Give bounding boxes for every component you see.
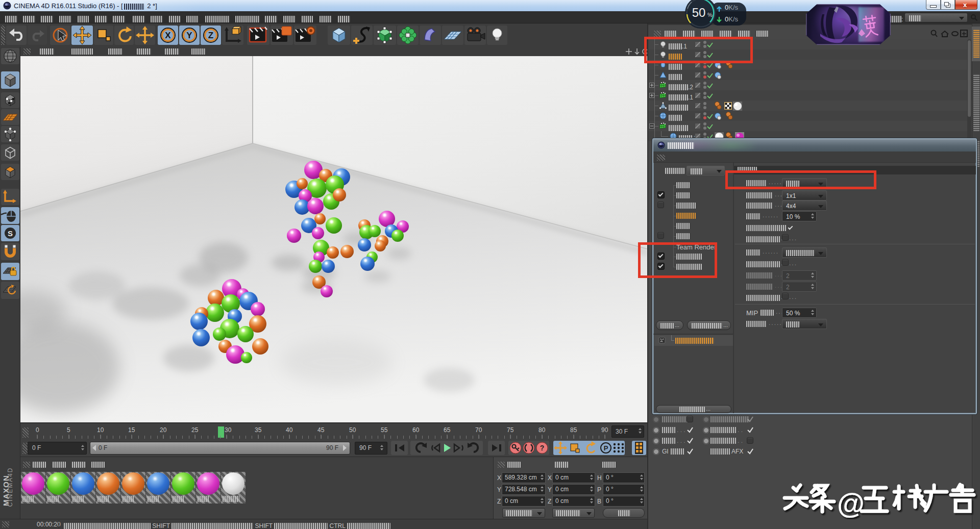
svg-text:75: 75 [507, 426, 514, 434]
svg-text:5: 5 [67, 426, 70, 434]
svg-text:S: S [8, 229, 13, 238]
svg-text:25: 25 [191, 426, 199, 434]
svg-text:X: X [165, 31, 171, 40]
svg-text:50: 50 [349, 426, 356, 434]
svg-text:30: 30 [225, 426, 232, 434]
svg-text:70: 70 [475, 426, 482, 434]
svg-text:15: 15 [128, 426, 135, 434]
svg-text:10: 10 [97, 426, 104, 434]
svg-text:85: 85 [570, 426, 577, 434]
svg-text:Z: Z [208, 31, 213, 40]
svg-text:55: 55 [381, 426, 388, 434]
svg-text:60: 60 [412, 426, 420, 434]
svg-text:Y: Y [186, 31, 192, 40]
svg-text:65: 65 [444, 426, 451, 434]
svg-text:20: 20 [160, 426, 167, 434]
svg-text:35: 35 [255, 426, 262, 434]
svg-text:80: 80 [538, 426, 546, 434]
svg-text:90: 90 [601, 426, 608, 434]
svg-text:0: 0 [36, 426, 39, 434]
svg-text:45: 45 [317, 426, 325, 434]
svg-text:40: 40 [286, 426, 293, 434]
svg-text:?: ? [540, 444, 545, 452]
svg-text:P: P [604, 444, 608, 452]
